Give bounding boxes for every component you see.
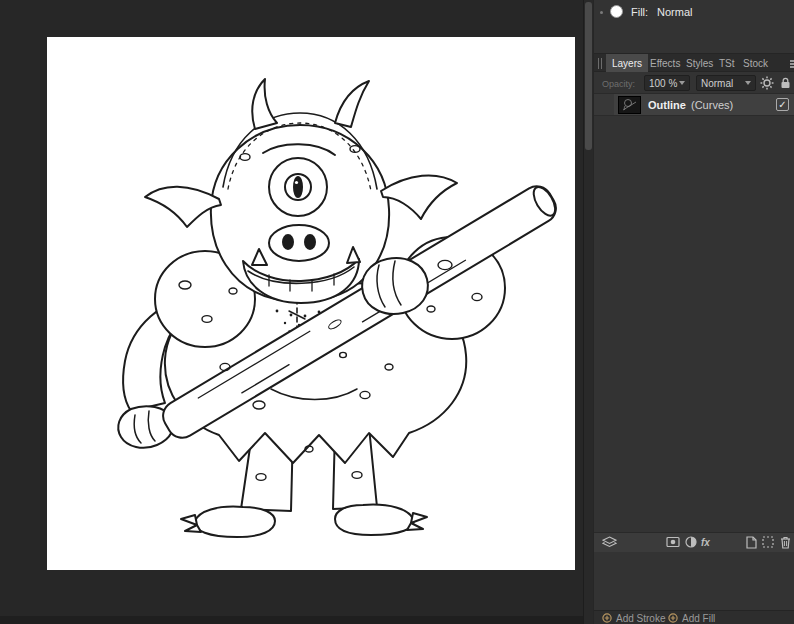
stroke-fill-bar: Add Stroke Add Fill [594,610,794,624]
chevron-down-icon [679,81,685,85]
tab-stock[interactable]: Stock [737,54,774,72]
right-studio-panel: Fill: Normal Layers Effects Styles TSt S… [593,0,794,624]
panel-drag-grip-icon[interactable] [597,58,603,69]
chevron-down-icon [745,81,751,85]
blend-mode-dropdown[interactable]: Normal [696,75,756,91]
fx-icon[interactable]: fx [701,537,710,548]
vertical-scrollbar[interactable] [583,0,593,624]
layer-row[interactable]: Outline (Curves) ✓ [594,94,794,116]
layers-panel-tabbar: Layers Effects Styles TSt Stock [594,53,794,72]
artboard[interactable] [47,37,575,570]
fill-swatch-icon[interactable] [610,5,623,18]
layers-panel-controls: Opacity: 100 % Normal [594,72,794,94]
vertical-scrollbar-thumb[interactable] [585,2,592,150]
add-fill-label: Add Fill [682,613,715,624]
horizontal-scrollbar[interactable] [0,616,583,624]
fill-blend-value: Normal [657,6,692,18]
layers-panel-footer: fx [594,532,794,552]
layer-list-empty-area[interactable] [594,117,794,532]
layer-kind: (Curves) [691,99,733,111]
fill-indicator-row: Fill: Normal [594,0,794,24]
panel-grip-dot [600,11,603,14]
add-stroke-label: Add Stroke [616,613,665,624]
blend-mode-value: Normal [701,78,733,89]
tab-layers[interactable]: Layers [606,54,648,72]
add-stroke-button[interactable]: Add Stroke [602,612,665,624]
checkmark-icon: ✓ [777,99,788,110]
add-fill-button[interactable]: Add Fill [668,612,715,624]
opacity-value: 100 % [649,78,677,89]
layer-thumbnail[interactable] [618,96,641,114]
canvas-viewport[interactable] [0,0,583,616]
lock-icon[interactable] [780,77,791,89]
opacity-label: Opacity: [602,79,635,89]
plus-circle-icon [668,613,678,623]
layer-visibility-checkbox[interactable]: ✓ [776,98,789,111]
application-window: Fill: Normal Layers Effects Styles TSt S… [0,0,794,624]
plus-circle-icon [602,613,612,623]
fill-label: Fill: [631,6,648,18]
gear-icon[interactable] [760,76,774,90]
ogre-line-art [47,37,575,570]
opacity-dropdown[interactable]: 100 % [644,75,690,91]
layer-name: Outline [648,99,686,111]
